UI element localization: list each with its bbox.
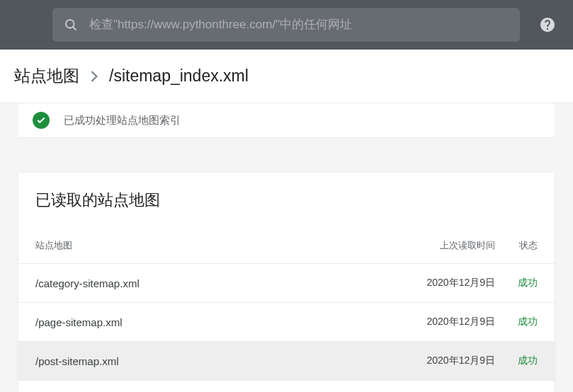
- row-url: /category-sitemap.xml: [35, 277, 403, 289]
- col-header-status: 状态: [495, 239, 538, 252]
- row-status: 成功: [495, 316, 538, 328]
- table-header: 站点地图 上次读取时间 状态: [18, 225, 555, 263]
- row-date: 2020年12月9日: [403, 354, 495, 367]
- status-banner-text: 已成功处理站点地图索引: [64, 114, 181, 127]
- col-header-url: 站点地图: [35, 239, 403, 252]
- row-url: /post-sitemap.xml: [35, 355, 403, 367]
- row-date: 2020年12月9日: [403, 316, 495, 328]
- check-circle-icon: [33, 112, 50, 129]
- chevron-right-icon: [91, 71, 98, 82]
- row-url: /page-sitemap.xml: [35, 316, 403, 328]
- svg-point-0: [66, 20, 74, 28]
- row-status: 成功: [495, 354, 538, 367]
- table-row[interactable]: /page-sitemap.xml2020年12月9日成功: [18, 302, 555, 341]
- status-banner: 已成功处理站点地图索引: [18, 103, 555, 137]
- content-area: 已成功处理站点地图索引 已读取的站点地图 站点地图 上次读取时间 状态 /cat…: [0, 103, 573, 392]
- col-header-date: 上次读取时间: [403, 239, 495, 252]
- table-row[interactable]: /category-sitemap.xml2020年12月9日成功: [18, 263, 555, 302]
- table-body: /category-sitemap.xml2020年12月9日成功/page-s…: [18, 263, 555, 392]
- table-row[interactable]: /post-sitemap.xml2020年12月9日成功: [18, 341, 555, 380]
- sitemap-card: 已读取的站点地图 站点地图 上次读取时间 状态 /category-sitema…: [18, 173, 555, 392]
- search-input[interactable]: [89, 18, 509, 32]
- svg-line-1: [73, 27, 76, 30]
- row-date: 2020年12月9日: [403, 277, 495, 289]
- breadcrumb-root[interactable]: 站点地图: [14, 65, 79, 87]
- breadcrumb-current: /sitemap_index.xml: [109, 67, 249, 86]
- card-title: 已读取的站点地图: [18, 173, 555, 225]
- breadcrumb: 站点地图 /sitemap_index.xml: [0, 50, 573, 103]
- header-left-text: [11, 16, 18, 33]
- row-status: 成功: [495, 277, 538, 289]
- search-container[interactable]: [52, 8, 520, 42]
- top-header: [0, 0, 573, 50]
- search-icon: [64, 18, 78, 32]
- table-row[interactable]: /post_tag-sitemap.xml2020年12月9日成功: [18, 380, 555, 392]
- help-icon[interactable]: [539, 16, 556, 33]
